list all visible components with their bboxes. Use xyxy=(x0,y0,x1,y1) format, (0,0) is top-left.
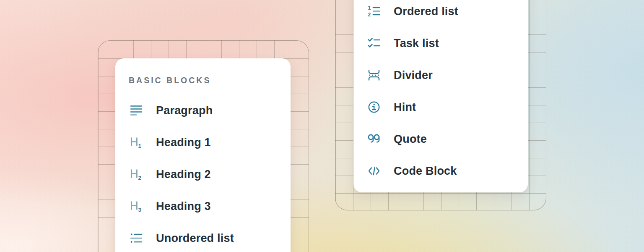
menu-item-label: Divider xyxy=(394,69,433,82)
svg-text:1: 1 xyxy=(368,5,371,11)
menu-item-label: Quote xyxy=(394,133,427,146)
menu-item-code-block[interactable]: Code Block xyxy=(366,155,515,187)
menu-list-left: Paragraph1Heading 12Heading 23Heading 3U… xyxy=(129,94,277,252)
menu-list-right: 12Ordered listTask listDividerHintQuoteC… xyxy=(366,0,515,187)
menu-item-label: Heading 2 xyxy=(156,168,211,181)
menu-item-heading-3[interactable]: 3Heading 3 xyxy=(129,190,277,222)
menu-item-heading-1[interactable]: 1Heading 1 xyxy=(129,126,277,158)
svg-text:1: 1 xyxy=(138,143,142,149)
ordered-list-icon: 12 xyxy=(368,5,380,18)
svg-text:2: 2 xyxy=(368,12,371,18)
menu-item-label: Heading 1 xyxy=(156,136,211,149)
block-menu-illustration: BASIC BLOCKS Paragraph1Heading 12Heading… xyxy=(0,0,644,252)
menu-item-hint[interactable]: Hint xyxy=(366,91,515,123)
svg-text:3: 3 xyxy=(138,207,142,213)
menu-item-label: Code Block xyxy=(394,165,457,178)
blocks-menu-continued: 12Ordered listTask listDividerHintQuoteC… xyxy=(353,0,528,192)
menu-item-quote[interactable]: Quote xyxy=(366,123,515,155)
menu-item-label: Heading 3 xyxy=(156,200,211,213)
menu-item-label: Ordered list xyxy=(394,5,458,18)
menu-item-task-list[interactable]: Task list xyxy=(366,27,515,59)
menu-item-label: Hint xyxy=(394,101,416,114)
section-label-basic-blocks: BASIC BLOCKS xyxy=(129,75,277,85)
menu-item-ordered-list[interactable]: 12Ordered list xyxy=(366,0,515,27)
svg-text:2: 2 xyxy=(138,175,142,181)
code-block-icon xyxy=(368,165,380,177)
unordered-list-icon xyxy=(130,232,143,244)
menu-item-label: Task list xyxy=(394,37,439,50)
basic-blocks-menu: BASIC BLOCKS Paragraph1Heading 12Heading… xyxy=(115,58,291,252)
menu-item-divider[interactable]: Divider xyxy=(366,59,515,91)
heading-2-icon: 2 xyxy=(130,168,143,181)
menu-item-label: Unordered list xyxy=(156,232,234,245)
menu-item-unordered-list[interactable]: Unordered list xyxy=(129,222,277,252)
task-list-icon xyxy=(368,37,380,50)
hint-icon xyxy=(368,101,380,113)
heading-3-icon: 3 xyxy=(130,200,143,213)
menu-item-label: Paragraph xyxy=(156,104,213,117)
paragraph-icon xyxy=(130,104,143,117)
menu-item-paragraph[interactable]: Paragraph xyxy=(129,94,277,126)
menu-item-heading-2[interactable]: 2Heading 2 xyxy=(129,158,277,190)
quote-icon xyxy=(368,133,380,145)
divider-icon xyxy=(368,69,380,81)
heading-1-icon: 1 xyxy=(130,136,143,149)
